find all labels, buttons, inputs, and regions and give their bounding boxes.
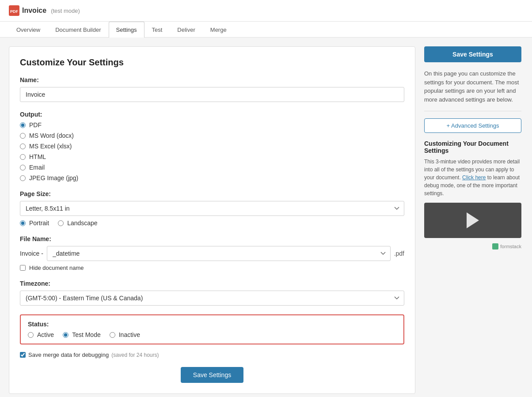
svg-text:PDF: PDF [10,9,19,14]
play-icon [467,212,479,228]
tab-deliver[interactable]: Deliver [170,22,202,38]
sidebar-section-text: This 3-mintue video provides more detail… [424,158,521,197]
sidebar-save-button[interactable]: Save Settings [424,46,521,62]
file-name-group: File Name: Invoice - _datetime .pdf Hide… [20,235,404,271]
sidebar: Save Settings On this page you can custo… [424,46,521,394]
orientation-group: Portrait Landscape [20,219,404,227]
output-jpg-label: JPEG Image (jpg) [29,174,78,181]
output-html-radio[interactable] [20,154,26,160]
output-xlsx-label: MS Excel (xlsx) [29,143,72,150]
output-docx-radio[interactable] [20,133,26,139]
output-pdf-label: PDF [29,121,42,129]
sidebar-info-text: On this page you can customize the setti… [424,69,521,104]
status-radio-group: Active Test Mode Inactive [28,331,396,338]
output-jpg[interactable]: JPEG Image (jpg) [20,174,404,181]
landscape-label: Landscape [67,219,98,227]
timezone-select[interactable]: (GMT-5:00) - Eastern Time (US & Canada) [20,291,404,306]
output-email[interactable]: Email [20,164,404,171]
app-name: Invoice [22,7,46,15]
nav-tabs: Overview Document Builder Settings Test … [0,22,532,38]
form-save-container: Save Settings [20,367,404,383]
formstack-label: formstack [500,244,521,249]
landscape-radio[interactable] [58,220,64,226]
filename-prefix: Invoice - [20,250,43,257]
name-group: Name: [20,76,404,102]
tab-document-builder[interactable]: Document Builder [48,22,108,38]
formstack-badge: formstack [424,243,521,250]
output-group: Output: PDF MS Word (docx) MS Excel (xls… [20,111,404,181]
timezone-label: Timezone: [20,280,404,287]
app-header: PDF Invoice (test mode) [0,0,532,22]
output-pdf-radio[interactable] [20,122,26,128]
panel-title: Customize Your Settings [20,57,404,68]
orientation-portrait[interactable]: Portrait [20,219,49,227]
output-html[interactable]: HTML [20,153,404,160]
main-layout: Customize Your Settings Name: Output: PD… [0,38,530,397]
filename-row: Invoice - _datetime .pdf [20,246,404,261]
name-label: Name: [20,76,404,83]
output-email-label: Email [29,164,45,171]
status-active-radio[interactable] [28,332,34,338]
tab-overview[interactable]: Overview [9,22,48,38]
form-save-button[interactable]: Save Settings [181,367,243,383]
status-active-label: Active [37,331,54,338]
status-inactive-radio[interactable] [110,332,115,338]
hide-document-name[interactable]: Hide document name [20,265,404,271]
status-test-label: Test Mode [72,331,101,338]
video-thumbnail[interactable] [424,203,521,238]
file-name-label: File Name: [20,235,404,242]
portrait-label: Portrait [29,219,49,227]
orientation-landscape[interactable]: Landscape [58,219,98,227]
output-html-label: HTML [29,153,46,160]
status-box: Status: Active Test Mode Inactive [20,314,404,344]
filename-ext: .pdf [394,250,404,257]
status-test-mode[interactable]: Test Mode [63,331,101,338]
merge-debug-checkbox[interactable] [20,352,26,358]
pdf-logo-icon: PDF [9,5,19,16]
output-docx[interactable]: MS Word (docx) [20,132,404,139]
app-logo: PDF Invoice (test mode) [9,5,80,16]
status-inactive[interactable]: Inactive [110,331,140,338]
output-radio-group: PDF MS Word (docx) MS Excel (xlsx) HTML … [20,121,404,181]
tab-test[interactable]: Test [144,22,170,38]
merge-debug-note: (saved for 24 hours) [111,352,159,358]
status-group: Status: Active Test Mode Inactive [20,314,404,358]
sidebar-section-title: Customizing Your Document Settings [424,140,521,154]
sidebar-divider [424,111,521,111]
page-size-label: Page Size: [20,190,404,197]
sidebar-click-here-link[interactable]: Click here [462,174,486,181]
filename-select[interactable]: _datetime [47,246,391,261]
output-docx-label: MS Word (docx) [29,132,74,139]
advanced-settings-button[interactable]: + Advanced Settings [424,118,521,133]
app-mode: (test mode) [51,8,80,14]
page-size-group: Page Size: Letter, 8.5x11 in Portrait La… [20,190,404,227]
status-active[interactable]: Active [28,331,54,338]
output-xlsx-radio[interactable] [20,144,26,149]
page-size-select[interactable]: Letter, 8.5x11 in [20,201,404,216]
hide-document-checkbox[interactable] [20,265,26,271]
status-inactive-label: Inactive [119,331,140,338]
output-xlsx[interactable]: MS Excel (xlsx) [20,143,404,150]
name-input[interactable] [20,87,404,102]
status-label: Status: [28,321,396,328]
output-pdf[interactable]: PDF [20,121,404,129]
merge-debug-label: Save merge data for debugging [28,352,109,358]
timezone-group: Timezone: (GMT-5:00) - Eastern Time (US … [20,280,404,306]
form-panel: Customize Your Settings Name: Output: PD… [9,46,415,394]
output-label: Output: [20,111,404,118]
tab-merge[interactable]: Merge [203,22,234,38]
tab-settings[interactable]: Settings [109,22,144,38]
formstack-icon [492,243,498,250]
status-test-radio[interactable] [63,332,68,338]
output-email-radio[interactable] [20,165,26,170]
hide-document-label: Hide document name [29,265,84,271]
merge-debug-row[interactable]: Save merge data for debugging (saved for… [20,352,404,358]
portrait-radio[interactable] [20,220,26,226]
output-jpg-radio[interactable] [20,175,26,181]
